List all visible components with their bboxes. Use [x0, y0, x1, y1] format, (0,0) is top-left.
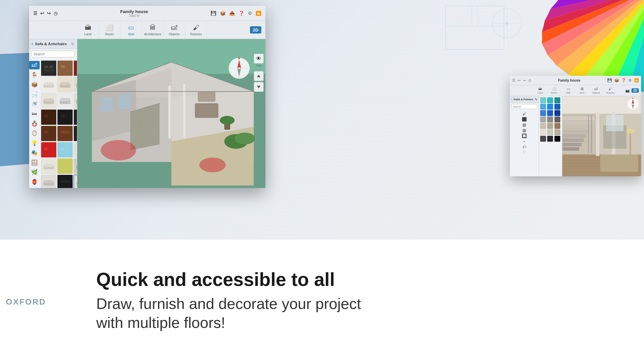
color-swatch-1[interactable] — [540, 97, 546, 103]
grid-item-14[interactable] — [57, 126, 73, 141]
color-swatch-12[interactable] — [554, 117, 560, 122]
color-swatch-16[interactable] — [540, 129, 546, 135]
sidebar-icon-fixture[interactable]: 🏮 — [29, 178, 40, 186]
down-button[interactable] — [254, 82, 264, 92]
sidebar-reload-icon[interactable]: ↻ — [71, 42, 75, 46]
grid-item-19[interactable] — [41, 158, 57, 174]
sec-redo-icon[interactable]: ↪ — [523, 78, 526, 82]
history-icon[interactable]: ◷ — [54, 10, 58, 16]
sec-icon-texture1[interactable]: 🔲 — [522, 133, 527, 138]
sidebar-icon-storage[interactable]: 📦 — [29, 80, 40, 89]
color-swatch-18[interactable] — [554, 129, 560, 135]
sec-tab-wall[interactable]: ▭ Wall — [561, 85, 575, 96]
sec-tab-textures[interactable]: 🖌 Textures — [603, 85, 617, 96]
menu-icon[interactable]: ☰ — [33, 10, 37, 16]
undo-icon[interactable]: ↩ — [40, 10, 44, 16]
color-swatch-14[interactable] — [547, 123, 553, 129]
help-icon[interactable]: ❓ — [239, 10, 244, 16]
color-swatch-19[interactable] — [540, 136, 546, 142]
package-icon[interactable]: 📦 — [220, 10, 226, 16]
grid-item-3[interactable] — [74, 60, 77, 76]
sidebar-icon-bed[interactable]: 🛏 — [29, 110, 40, 118]
sec-icon-pattern3[interactable]: ▩ — [522, 128, 526, 133]
color-swatch-10[interactable] — [540, 117, 546, 122]
color-swatch-2[interactable] — [547, 97, 553, 103]
grid-item-10[interactable] — [41, 109, 57, 125]
sidebar-icon-toy[interactable]: 🪆 — [29, 119, 40, 128]
color-swatch-8[interactable] — [547, 110, 553, 116]
sec-icon-label[interactable]: 🏷 — [522, 145, 526, 149]
grid-item-17[interactable] — [57, 142, 73, 158]
grid-item-13[interactable] — [41, 126, 57, 141]
grid-item-18[interactable] — [74, 142, 77, 158]
sec-help-icon[interactable]: ❓ — [621, 78, 626, 82]
up-button[interactable] — [254, 71, 264, 81]
grid-item-4[interactable] — [41, 77, 57, 92]
fullscreen-icon[interactable]: 🔼 — [256, 10, 261, 16]
sidebar-icon-shower[interactable]: 🚿 — [29, 100, 40, 108]
color-swatch-6[interactable] — [554, 104, 560, 110]
color-swatch-3[interactable] — [554, 97, 560, 103]
tab-architecture[interactable]: 🏛 Architecture — [142, 21, 164, 39]
sidebar-icon-window[interactable]: 🪟 — [29, 158, 40, 167]
grid-item-16[interactable] — [41, 142, 57, 158]
sec-icon-paint[interactable]: 🖌 — [522, 111, 526, 116]
sidebar-icon-mirror[interactable]: 🪞 — [29, 129, 40, 138]
color-swatch-20[interactable] — [547, 136, 553, 142]
grid-item-23[interactable] — [57, 175, 73, 188]
color-swatch-7[interactable] — [540, 110, 546, 116]
color-swatch-13[interactable] — [540, 123, 546, 129]
export-icon[interactable]: 📤 — [229, 10, 235, 16]
redo-icon[interactable]: ↪ — [47, 10, 51, 16]
sidebar-icon-chair[interactable]: 🪑 — [29, 71, 40, 79]
search-input[interactable] — [34, 52, 77, 56]
search-bar[interactable]: ✕ — [32, 51, 75, 57]
sec-undo-icon[interactable]: ↩ — [518, 78, 521, 82]
sec-icon-heart[interactable]: ♡ — [522, 150, 526, 155]
tab-textures[interactable]: 🖌 Textures — [185, 21, 207, 39]
secondary-edit-icon[interactable]: ✎ — [535, 98, 537, 101]
tab-room[interactable]: ⬜ Room — [99, 21, 120, 39]
grid-item-8[interactable] — [57, 93, 73, 109]
grid-item-15[interactable] — [74, 126, 77, 141]
grid-item-9[interactable] — [74, 93, 77, 109]
sec-package-icon[interactable]: 📦 — [614, 78, 619, 82]
color-swatch-5[interactable] — [547, 104, 553, 110]
sec-tab-objects[interactable]: 🛋 Objects — [589, 85, 603, 96]
sec-icon-pattern2[interactable]: ▦ — [522, 122, 526, 127]
color-swatch-11[interactable] — [547, 117, 553, 122]
sidebar-icon-bath[interactable]: 🛁 — [29, 90, 40, 99]
grid-item-1[interactable] — [41, 60, 57, 76]
color-swatch-4[interactable] — [540, 104, 546, 110]
sidebar-icon-plant[interactable]: 🌿 — [29, 168, 40, 176]
grid-item-7[interactable] — [41, 93, 57, 109]
sec-icon-pattern1[interactable]: ⬛ — [522, 117, 527, 122]
sec-camera-icon[interactable]: 📷 — [625, 89, 630, 93]
sidebar-icon-sofa[interactable]: 🛋 — [29, 61, 40, 69]
sec-save-icon[interactable]: 💾 — [607, 78, 612, 82]
sec-settings-icon[interactable]: ⚙ — [628, 78, 632, 82]
sec-tab-room[interactable]: ⬜ Room — [547, 85, 561, 96]
sec-menu-icon[interactable]: ☰ — [512, 78, 515, 82]
tab-land[interactable]: 🏔 Land — [77, 21, 99, 39]
mode-2d-button[interactable]: 2D — [250, 26, 261, 34]
sec-tab-arch[interactable]: 🏛 Arch. — [575, 85, 589, 96]
tab-objects[interactable]: 🛋 Objects — [164, 21, 185, 39]
visit-button[interactable]: 👁 — [254, 54, 264, 64]
grid-item-2[interactable] — [57, 60, 73, 76]
grid-item-12[interactable] — [74, 109, 77, 125]
color-swatch-21[interactable] — [554, 136, 560, 142]
sidebar-icon-art[interactable]: 🎭 — [29, 149, 40, 157]
sidebar-icon-lamp[interactable]: 💡 — [29, 139, 40, 147]
sec-fullscreen-icon[interactable]: 🔼 — [634, 78, 639, 82]
sec-icon-texture2[interactable]: ▪ — [524, 139, 525, 144]
color-swatch-17[interactable] — [547, 129, 553, 135]
grid-item-22[interactable] — [41, 175, 57, 188]
sidebar-back-button[interactable]: ‹ — [32, 41, 33, 47]
sec-history-icon[interactable]: ◷ — [528, 78, 531, 82]
grid-item-11[interactable] — [57, 109, 73, 125]
tab-wall[interactable]: ▭ Wall — [120, 21, 142, 39]
settings-icon[interactable]: ⚙ — [248, 10, 252, 16]
grid-item-20[interactable] — [57, 158, 73, 174]
color-swatch-9[interactable] — [554, 110, 560, 116]
